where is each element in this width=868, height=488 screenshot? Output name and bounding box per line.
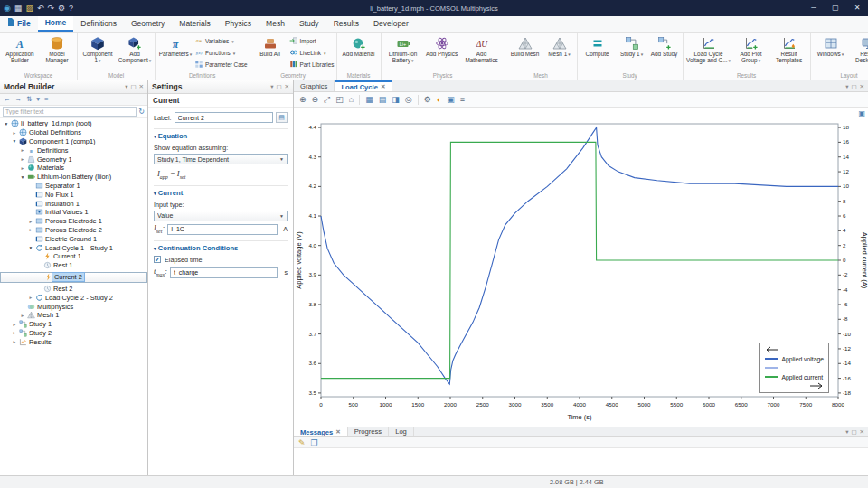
ribbon-functions-button[interactable]: f(x)Functions▾ <box>194 47 248 59</box>
expand-node-icon[interactable]: ▸ <box>27 295 34 300</box>
elapsed-time-checkbox[interactable]: ✓ <box>154 256 161 263</box>
ribbon-windows-button[interactable]: Windows▾ <box>813 33 849 58</box>
ribbon-model-manager-button[interactable]: Model Manager <box>39 33 75 64</box>
ribbon-import-button[interactable]: Import <box>289 35 335 47</box>
menu-tab-mesh[interactable]: Mesh <box>259 16 292 32</box>
ribbon-build-all-button[interactable]: Build All <box>252 33 288 57</box>
menu-tab-home[interactable]: Home <box>38 16 74 32</box>
move-node-icon[interactable]: ⇅ <box>26 94 32 105</box>
section-continuation-conditions[interactable]: ▾Continuation Conditions <box>154 240 288 252</box>
comsol-logo-icon[interactable]: ◉ <box>4 0 11 16</box>
ribbon-result-templates-button[interactable]: Result Templates <box>770 33 808 64</box>
collapse-node-icon[interactable]: ▾ <box>3 121 10 127</box>
menu-tab-materials[interactable]: Materials <box>172 16 217 32</box>
collapse-node-icon[interactable]: ▾ <box>19 174 26 180</box>
tree-item-current-2[interactable]: Current 2 <box>0 272 147 283</box>
tree-item-results[interactable]: ▸Results <box>0 337 147 346</box>
scene-color-icon[interactable]: ◐ <box>437 92 441 107</box>
refresh-icon[interactable]: ↻ <box>138 108 145 116</box>
ribbon-compute-button[interactable]: Compute <box>580 33 616 57</box>
expand-node-icon[interactable]: ▸ <box>27 219 34 224</box>
tree-item-multiphysics[interactable]: Multiphysics <box>0 302 147 311</box>
show-legends-icon[interactable]: ◨ <box>392 92 400 107</box>
tree-item-rest-1[interactable]: Rest 1 <box>0 261 147 270</box>
zoom-out-icon[interactable]: ⊖ <box>312 92 319 107</box>
maximize-button[interactable]: ▢ <box>825 0 846 16</box>
help-icon[interactable]: ? <box>69 0 73 16</box>
show-axes-icon[interactable]: ▤ <box>379 92 387 107</box>
ribbon-add-study-button[interactable]: Add Study <box>648 33 681 57</box>
tree-item-materials[interactable]: ▸Materials <box>0 164 147 173</box>
menu-tab-definitions[interactable]: Definitions <box>73 16 124 32</box>
ribbon-mesh-1-button[interactable]: Mesh 1▾ <box>544 33 575 58</box>
zoom-box-icon[interactable]: ◰ <box>335 92 344 107</box>
screenshot-icon[interactable]: ▣ <box>447 92 455 107</box>
label-input[interactable] <box>175 112 273 123</box>
ribbon-parameters-button[interactable]: πParameters▾ <box>157 33 193 58</box>
ribbon-variables-button[interactable]: a=Variables▾ <box>194 35 248 47</box>
plot-properties-icon[interactable]: ▣ <box>858 109 865 117</box>
ribbon-add-component-button[interactable]: Add Component▾ <box>117 33 153 64</box>
tree-item-study-1[interactable]: ▸Study 1 <box>0 320 147 329</box>
tree-item-porous-electrode-2[interactable]: ▸Porous Electrode 2 <box>0 226 147 235</box>
tree-item-component-1-comp1[interactable]: ▾Component 1 (comp1) <box>0 137 147 146</box>
tree-item-current-1[interactable]: Current 1 <box>0 252 147 261</box>
ribbon-parameter-case-button[interactable]: Parameter Case <box>194 59 248 70</box>
close-panel-icon[interactable]: ✕ <box>285 80 289 93</box>
expand-node-icon[interactable]: ▸ <box>19 156 26 162</box>
expand-node-icon[interactable]: ▸ <box>11 130 18 136</box>
plot-settings-icon[interactable]: ⚙ <box>424 92 431 107</box>
ribbon-load-cycle-voltage-and-c-button[interactable]: Load Cycle Voltage and C...▾ <box>685 33 732 64</box>
show-grid-icon[interactable]: ▦ <box>365 92 373 107</box>
float-panel-icon[interactable]: ▢ <box>276 80 281 93</box>
print-icon[interactable]: ≡ <box>460 92 465 107</box>
expand-node-icon[interactable]: ▸ <box>11 330 18 335</box>
panel-menu-icon[interactable]: ▾ <box>270 80 273 93</box>
go-to-default-view-icon[interactable]: ⌂ <box>349 92 354 107</box>
ribbon-build-mesh-button[interactable]: Build Mesh <box>507 33 543 57</box>
close-panel-icon[interactable]: ✕ <box>139 80 144 93</box>
ribbon-livelink-button[interactable]: LiveLink▾ <box>289 47 335 59</box>
expand-node-icon[interactable]: ▸ <box>11 339 18 344</box>
close-button[interactable]: ✕ <box>846 0 868 16</box>
tree-item-load-cycle-1-study-1[interactable]: ▾Load Cycle 1 - Study 1 <box>0 243 147 252</box>
filter-input[interactable] <box>3 107 137 117</box>
ribbon-reset-desktop-button[interactable]: Reset Desktop▾ <box>850 33 868 64</box>
tree-item-no-flux-1[interactable]: No Flux 1 <box>0 190 147 199</box>
menu-tab-study[interactable]: Study <box>292 16 326 32</box>
tree-item-global-definitions[interactable]: ▸Global Definitions <box>0 128 147 137</box>
collapse-node-icon[interactable]: ▾ <box>11 138 18 144</box>
ribbon-component-1-button[interactable]: Component 1▾ <box>80 33 116 64</box>
ribbon-add-physics-button[interactable]: Add Physics <box>424 33 460 57</box>
tree-item-rest-2[interactable]: Rest 2 <box>0 285 147 294</box>
ribbon-add-mathematics-button[interactable]: ΔUAdd Mathematics <box>461 33 503 64</box>
minimize-button[interactable]: ─ <box>803 0 825 16</box>
close-tab-icon[interactable]: ✕ <box>335 428 340 436</box>
graphics-tab-load-cycle[interactable]: Load Cycle✕ <box>335 80 392 91</box>
zoom-in-icon[interactable]: ⊕ <box>299 92 307 107</box>
tmax-input[interactable] <box>170 267 278 278</box>
ribbon-lithium-ion-battery-button[interactable]: Li+Lithium-Ion Battery▾ <box>383 33 423 64</box>
expand-node-icon[interactable]: ▸ <box>19 147 26 153</box>
tree-item-porous-electrode-1[interactable]: ▸Porous Electrode 1 <box>0 217 147 226</box>
settings-icon[interactable]: ⚙ <box>58 0 65 16</box>
tree-item-study-2[interactable]: ▸Study 2 <box>0 329 147 338</box>
menu-tab-physics[interactable]: Physics <box>218 16 259 32</box>
ribbon-add-plot-group-button[interactable]: Add Plot Group▾ <box>733 33 769 64</box>
menu-tab-geometry[interactable]: Geometry <box>124 16 172 32</box>
collapse-node-icon[interactable]: ▾ <box>27 245 34 250</box>
collapse-all-icon[interactable]: ▾ <box>36 94 40 105</box>
menu-tab-file[interactable]: File <box>0 16 38 32</box>
graphics-tab-graphics[interactable]: Graphics <box>294 80 335 91</box>
tree-item-initial-values-1[interactable]: Initial Values 1 <box>0 208 147 217</box>
back-icon[interactable]: ← <box>4 94 11 105</box>
close-tab-icon[interactable]: ✕ <box>381 83 385 90</box>
float-panel-icon[interactable]: ▢ <box>130 80 136 93</box>
tree-item-separator-1[interactable]: Separator 1 <box>0 182 147 191</box>
panel-menu-icon[interactable]: ▾ <box>125 80 127 93</box>
tree-item-load-cycle-2-study-2[interactable]: ▸Load Cycle 2 - Study 2 <box>0 293 147 302</box>
forward-icon[interactable]: → <box>15 94 23 105</box>
ribbon-part-libraries-button[interactable]: Part Libraries <box>289 59 335 70</box>
ribbon-study-1-button[interactable]: Study 1▾ <box>617 33 647 58</box>
close-panel-icon[interactable]: ✕ <box>860 80 864 91</box>
